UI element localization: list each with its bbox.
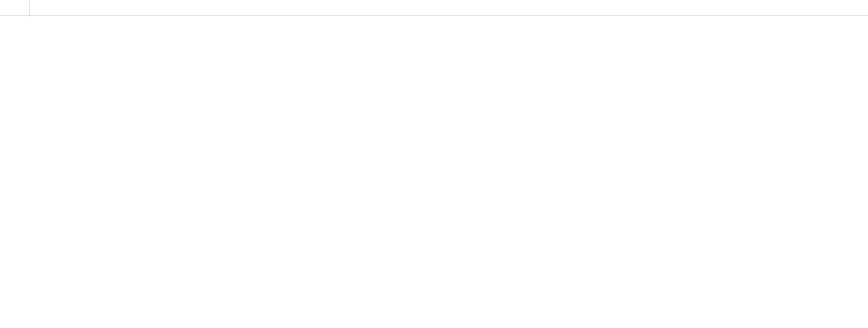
formula-bar[interactable] xyxy=(29,0,868,15)
formula-bar-row xyxy=(0,0,868,16)
